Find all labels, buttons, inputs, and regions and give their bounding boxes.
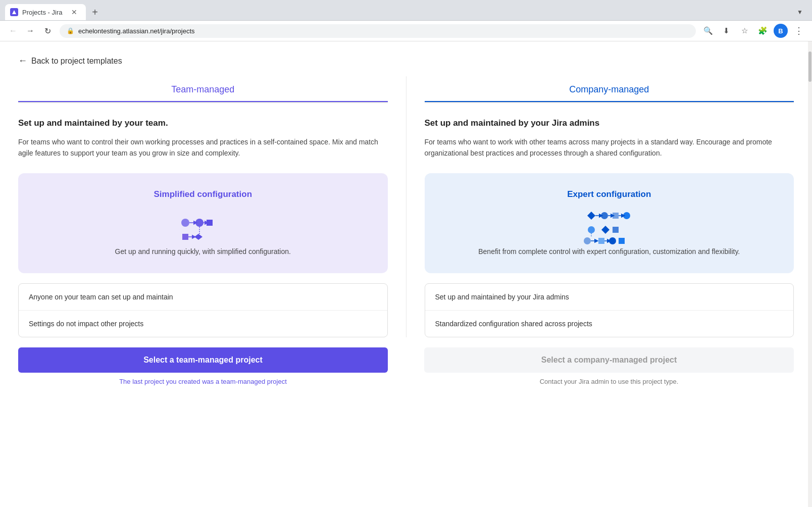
- team-managed-column: Team-managed Set up and maintained by yo…: [0, 76, 407, 337]
- select-team-managed-button[interactable]: Select a team-managed project: [18, 347, 388, 373]
- svg-marker-0: [12, 10, 16, 14]
- svg-point-17: [588, 226, 595, 233]
- company-managed-tab[interactable]: Company-managed: [425, 76, 794, 102]
- svg-rect-25: [619, 238, 625, 244]
- zoom-icon[interactable]: 🔍: [701, 24, 715, 38]
- team-managed-cta-note: The last project you created was a team-…: [18, 378, 388, 385]
- page-content: ← Back to project templates Team-managed…: [0, 41, 812, 507]
- team-managed-config-desc: Get up and running quickly, with simplif…: [30, 246, 376, 257]
- team-managed-config-card: Simplified configuration: [18, 173, 388, 273]
- company-managed-feature-2: Standardized configuration shared across…: [425, 311, 794, 337]
- back-to-templates-link[interactable]: ← Back to project templates: [0, 41, 812, 76]
- company-managed-features-list: Set up and maintained by your Jira admin…: [425, 283, 794, 337]
- company-managed-config-card: Expert configuration: [425, 173, 794, 273]
- svg-point-11: [601, 212, 608, 219]
- company-managed-column: Company-managed Set up and maintained by…: [407, 76, 813, 337]
- svg-point-13: [623, 212, 630, 219]
- tab-title: Projects - Jira: [22, 9, 66, 16]
- team-managed-cta-area: Select a team-managed project The last p…: [0, 337, 406, 393]
- back-arrow-icon: ←: [18, 56, 27, 66]
- svg-point-1: [181, 219, 189, 227]
- svg-rect-22: [598, 238, 604, 244]
- svg-marker-10: [587, 212, 595, 220]
- team-managed-feature-1: Anyone on your team can set up and maint…: [19, 284, 387, 311]
- svg-rect-6: [182, 234, 188, 240]
- address-bar: ← → ↻ 🔒 echelontesting.atlassian.net/jir…: [0, 21, 812, 41]
- company-managed-cta-note: Contact your Jira admin to use this proj…: [424, 378, 794, 385]
- svg-point-23: [609, 237, 616, 244]
- svg-point-2: [195, 219, 204, 227]
- avatar[interactable]: B: [774, 24, 788, 38]
- new-tab-button[interactable]: +: [88, 5, 102, 19]
- tab-dropdown-button[interactable]: ▼: [793, 7, 807, 18]
- simplified-diagram: [175, 212, 231, 244]
- company-managed-cta-area: Select a company-managed project Contact…: [406, 337, 812, 393]
- company-managed-description: For teams who want to work with other te…: [425, 136, 794, 159]
- lock-icon: 🔒: [67, 27, 74, 34]
- menu-icon[interactable]: ⋮: [792, 24, 806, 38]
- select-company-managed-button[interactable]: Select a company-managed project: [424, 347, 794, 373]
- team-managed-tab[interactable]: Team-managed: [18, 76, 388, 102]
- tab-favicon: [10, 8, 18, 16]
- back-link-text: Back to project templates: [31, 57, 122, 66]
- svg-rect-12: [613, 213, 619, 219]
- svg-rect-19: [613, 227, 619, 233]
- svg-point-20: [584, 237, 591, 244]
- expert-diagram: [581, 212, 637, 244]
- company-managed-heading: Set up and maintained by your Jira admin…: [425, 118, 794, 128]
- tab-close-button[interactable]: ✕: [70, 8, 79, 17]
- svg-rect-4: [207, 220, 213, 226]
- svg-marker-18: [601, 226, 610, 234]
- browser-tab[interactable]: Projects - Jira ✕: [5, 4, 86, 20]
- team-managed-heading: Set up and maintained by your team.: [18, 118, 388, 128]
- back-nav-button[interactable]: ←: [6, 24, 20, 38]
- team-managed-config-title: Simplified configuration: [30, 189, 376, 199]
- team-managed-description: For teams who want to control their own …: [18, 136, 388, 159]
- bookmark-icon[interactable]: ☆: [737, 24, 751, 38]
- team-managed-features-list: Anyone on your team can set up and maint…: [18, 283, 388, 337]
- scrollbar[interactable]: [808, 41, 812, 507]
- download-icon[interactable]: ⬇: [719, 24, 733, 38]
- url-text: echelontesting.atlassian.net/jira/projec…: [78, 27, 195, 35]
- scrollbar-thumb: [808, 52, 811, 82]
- svg-marker-7: [194, 234, 202, 240]
- company-managed-config-desc: Benefit from complete control with exper…: [437, 246, 782, 257]
- comparison-container: Team-managed Set up and maintained by yo…: [0, 76, 812, 337]
- team-managed-divider: [18, 102, 388, 103]
- extensions-icon[interactable]: 🧩: [755, 24, 770, 38]
- reload-button[interactable]: ↻: [40, 24, 55, 38]
- url-bar[interactable]: 🔒 echelontesting.atlassian.net/jira/proj…: [60, 24, 696, 38]
- company-managed-config-title: Expert configuration: [437, 189, 782, 199]
- company-managed-divider: [425, 102, 794, 103]
- team-managed-feature-2: Settings do not impact other projects: [19, 311, 387, 337]
- forward-nav-button[interactable]: →: [23, 24, 37, 38]
- company-managed-feature-1: Set up and maintained by your Jira admin…: [425, 284, 794, 311]
